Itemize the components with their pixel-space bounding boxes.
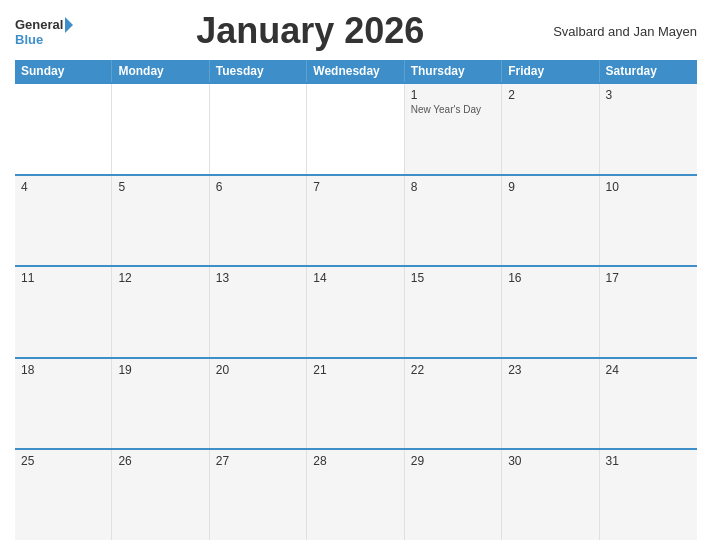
day-number: 21 [313, 363, 397, 377]
day-number: 26 [118, 454, 202, 468]
day-cell: 31 [600, 450, 697, 540]
day-number: 1 [411, 88, 495, 102]
day-number: 28 [313, 454, 397, 468]
day-cell: 29 [405, 450, 502, 540]
week-row-1: 1New Year's Day23 [15, 82, 697, 174]
day-cell: 27 [210, 450, 307, 540]
day-cell: 24 [600, 359, 697, 449]
day-number: 18 [21, 363, 105, 377]
week-row-2: 45678910 [15, 174, 697, 266]
day-number: 11 [21, 271, 105, 285]
day-cell: 23 [502, 359, 599, 449]
day-cell: 9 [502, 176, 599, 266]
calendar-grid: SundayMondayTuesdayWednesdayThursdayFrid… [15, 60, 697, 540]
day-cell: 2 [502, 84, 599, 174]
day-cell [112, 84, 209, 174]
day-number: 22 [411, 363, 495, 377]
day-number: 2 [508, 88, 592, 102]
logo-triangle-icon [65, 17, 73, 33]
day-cell: 17 [600, 267, 697, 357]
day-number: 9 [508, 180, 592, 194]
day-number: 15 [411, 271, 495, 285]
day-cell: 19 [112, 359, 209, 449]
day-cell: 21 [307, 359, 404, 449]
day-cell: 4 [15, 176, 112, 266]
day-cell: 16 [502, 267, 599, 357]
day-cell: 22 [405, 359, 502, 449]
day-headers-row: SundayMondayTuesdayWednesdayThursdayFrid… [15, 60, 697, 82]
day-number: 20 [216, 363, 300, 377]
day-header: Saturday [600, 60, 697, 82]
day-number: 4 [21, 180, 105, 194]
day-cell: 26 [112, 450, 209, 540]
day-cell: 5 [112, 176, 209, 266]
day-cell: 28 [307, 450, 404, 540]
week-row-3: 11121314151617 [15, 265, 697, 357]
day-cell: 20 [210, 359, 307, 449]
calendar-container: General Blue January 2026 Svalbard and J… [0, 0, 712, 550]
day-header: Tuesday [210, 60, 307, 82]
day-header: Friday [502, 60, 599, 82]
day-number: 23 [508, 363, 592, 377]
day-cell: 30 [502, 450, 599, 540]
header: General Blue January 2026 Svalbard and J… [15, 10, 697, 52]
day-header: Sunday [15, 60, 112, 82]
holiday-label: New Year's Day [411, 104, 495, 116]
day-cell: 1New Year's Day [405, 84, 502, 174]
day-cell: 13 [210, 267, 307, 357]
day-header: Wednesday [307, 60, 404, 82]
day-number: 13 [216, 271, 300, 285]
day-cell: 18 [15, 359, 112, 449]
day-header: Thursday [405, 60, 502, 82]
calendar-title: January 2026 [73, 10, 547, 52]
region-label: Svalbard and Jan Mayen [547, 24, 697, 39]
day-number: 10 [606, 180, 691, 194]
day-cell: 10 [600, 176, 697, 266]
day-number: 24 [606, 363, 691, 377]
day-cell: 6 [210, 176, 307, 266]
day-cell [15, 84, 112, 174]
day-cell: 12 [112, 267, 209, 357]
logo: General Blue [15, 17, 73, 46]
day-number: 31 [606, 454, 691, 468]
day-number: 8 [411, 180, 495, 194]
day-number: 29 [411, 454, 495, 468]
weeks-container: 1New Year's Day2345678910111213141516171… [15, 82, 697, 540]
logo-general-text: General [15, 18, 63, 31]
day-cell: 7 [307, 176, 404, 266]
logo-blue-text: Blue [15, 33, 43, 46]
day-number: 30 [508, 454, 592, 468]
day-header: Monday [112, 60, 209, 82]
day-cell: 8 [405, 176, 502, 266]
day-number: 19 [118, 363, 202, 377]
day-cell: 11 [15, 267, 112, 357]
day-cell: 25 [15, 450, 112, 540]
week-row-5: 25262728293031 [15, 448, 697, 540]
day-number: 12 [118, 271, 202, 285]
day-number: 7 [313, 180, 397, 194]
day-number: 6 [216, 180, 300, 194]
day-cell [307, 84, 404, 174]
day-number: 27 [216, 454, 300, 468]
day-cell: 3 [600, 84, 697, 174]
day-number: 3 [606, 88, 691, 102]
day-cell [210, 84, 307, 174]
day-cell: 14 [307, 267, 404, 357]
week-row-4: 18192021222324 [15, 357, 697, 449]
day-number: 17 [606, 271, 691, 285]
day-number: 14 [313, 271, 397, 285]
day-cell: 15 [405, 267, 502, 357]
day-number: 16 [508, 271, 592, 285]
day-number: 5 [118, 180, 202, 194]
day-number: 25 [21, 454, 105, 468]
